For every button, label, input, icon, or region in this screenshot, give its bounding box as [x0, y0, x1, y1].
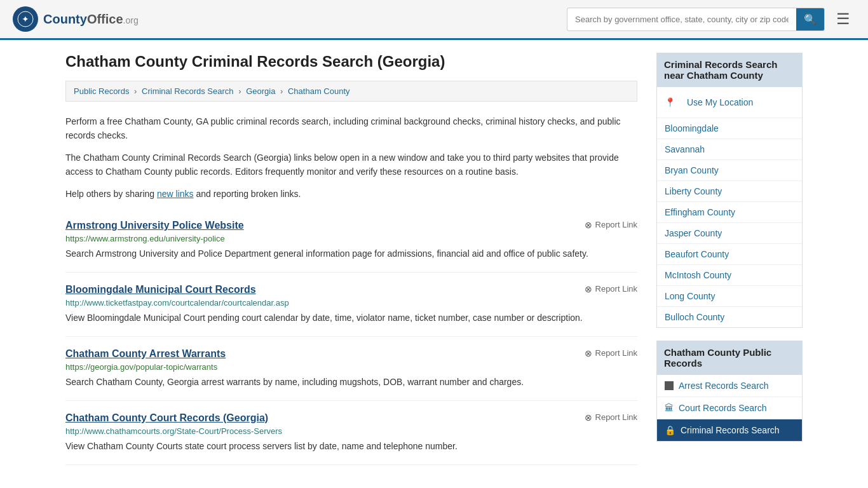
list-item: McIntosh County	[657, 265, 802, 286]
report-link-3[interactable]: ⊗ Report Link	[585, 412, 637, 423]
breadcrumb-georgia[interactable]: Georgia	[246, 86, 275, 96]
description-3: Help others by sharing new links and rep…	[65, 187, 637, 201]
square-icon	[665, 381, 674, 390]
search-bar: 🔍	[567, 8, 825, 31]
sidebar-section-nearby: Criminal Records Search near Chatham Cou…	[656, 53, 803, 442]
content-area: Chatham County Criminal Records Search (…	[65, 53, 637, 465]
list-item: Bloomingdale	[657, 118, 802, 139]
result-desc-1: View Bloomingdale Municipal Court pendin…	[65, 311, 637, 325]
list-item: 🏛 Court Records Search	[657, 397, 802, 419]
logo-icon: ✦	[13, 6, 38, 32]
nearby-long-county[interactable]: Long County	[657, 286, 802, 306]
result-title-2[interactable]: Chatham County Arrest Warrants	[65, 348, 226, 360]
breadcrumb-public-records[interactable]: Public Records	[74, 86, 129, 96]
nearby-liberty-county[interactable]: Liberty County	[657, 181, 802, 201]
report-link-1[interactable]: ⊗ Report Link	[585, 284, 637, 294]
sidebar: Criminal Records Search near Chatham Cou…	[656, 53, 803, 465]
description-2: The Chatham County Criminal Records Sear…	[65, 151, 637, 179]
result-title-0[interactable]: Armstrong University Police Website	[65, 220, 244, 231]
sidebar-use-my-location[interactable]: 📍 Use My Location	[657, 87, 802, 118]
pin-icon: 📍	[665, 97, 675, 107]
bank-icon: 🏛	[665, 403, 674, 413]
sidebar-nearby-list: 📍 Use My Location Bloomingdale Savannah …	[656, 87, 803, 328]
search-input[interactable]	[567, 10, 796, 29]
shield-icon: 🔒	[665, 425, 675, 435]
list-item: Long County	[657, 286, 802, 307]
breadcrumb-criminal-records-search[interactable]: Criminal Records Search	[142, 86, 234, 96]
nearby-jasper-county[interactable]: Jasper County	[657, 223, 802, 243]
use-my-location-link[interactable]: Use My Location	[679, 92, 761, 112]
nearby-savannah[interactable]: Savannah	[657, 139, 802, 159]
nearby-mcintosh-county[interactable]: McIntosh County	[657, 265, 802, 285]
result-item: Bloomingdale Municipal Court Records ⊗ R…	[65, 273, 637, 337]
court-records-link[interactable]: 🏛 Court Records Search	[657, 397, 802, 419]
page-title: Chatham County Criminal Records Search (…	[65, 53, 637, 71]
result-url-0[interactable]: https://www.armstrong.edu/university-pol…	[65, 234, 637, 243]
report-icon-0: ⊗	[585, 220, 592, 230]
logo-area: ✦ CountyOffice.org	[13, 6, 139, 32]
description-1: Perform a free Chatham County, GA public…	[65, 114, 637, 143]
report-link-2[interactable]: ⊗ Report Link	[585, 348, 637, 358]
new-links-link[interactable]: new links	[157, 189, 194, 199]
list-item: Liberty County	[657, 181, 802, 202]
result-url-2[interactable]: https://georgia.gov/popular-topic/warran…	[65, 362, 637, 372]
breadcrumb: Public Records › Criminal Records Search…	[65, 81, 637, 102]
nearby-bloomingdale[interactable]: Bloomingdale	[657, 118, 802, 139]
sidebar-public-records-list: Arrest Records Search 🏛 Court Records Se…	[656, 375, 803, 442]
arrest-records-link[interactable]: Arrest Records Search	[657, 375, 802, 396]
report-icon-3: ⊗	[585, 412, 592, 423]
header-right: 🔍 ☰	[567, 8, 855, 31]
report-icon-1: ⊗	[585, 284, 592, 294]
nearby-effingham-county[interactable]: Effingham County	[657, 202, 802, 222]
report-link-0[interactable]: ⊗ Report Link	[585, 220, 637, 230]
result-item: Chatham County Court Records (Georgia) ⊗…	[65, 401, 637, 465]
result-url-3[interactable]: http://www.chathamcourts.org/State-Court…	[65, 426, 637, 436]
nearby-bryan-county[interactable]: Bryan County	[657, 160, 802, 180]
list-item: Bryan County	[657, 160, 802, 181]
results-list: Armstrong University Police Website ⊗ Re…	[65, 208, 637, 465]
criminal-records-link[interactable]: 🔒 Criminal Records Search	[657, 419, 802, 441]
result-item: Chatham County Arrest Warrants ⊗ Report …	[65, 337, 637, 401]
nearby-bulloch-county[interactable]: Bulloch County	[657, 307, 802, 327]
result-desc-0: Search Armstrong University and Police D…	[65, 247, 637, 261]
result-title-1[interactable]: Bloomingdale Municipal Court Records	[65, 284, 256, 295]
main-container: Chatham County Criminal Records Search (…	[53, 40, 815, 478]
result-url-1[interactable]: http://www.ticketfastpay.com/courtcalend…	[65, 298, 637, 308]
result-desc-3: View Chatham County Courts state court p…	[65, 440, 637, 453]
result-title-3[interactable]: Chatham County Court Records (Georgia)	[65, 412, 268, 424]
site-header: ✦ CountyOffice.org 🔍 ☰	[0, 0, 868, 40]
list-item: Effingham County	[657, 202, 802, 223]
list-item: Savannah	[657, 139, 802, 160]
list-item-active: 🔒 Criminal Records Search	[657, 419, 802, 441]
report-icon-2: ⊗	[585, 348, 592, 358]
search-button[interactable]: 🔍	[796, 8, 824, 30]
menu-button[interactable]: ☰	[831, 8, 855, 30]
sidebar-header-nearby: Criminal Records Search near Chatham Cou…	[656, 53, 803, 87]
result-desc-2: Search Chatham County, Georgia arrest wa…	[65, 376, 637, 389]
breadcrumb-chatham-county[interactable]: Chatham County	[288, 86, 350, 96]
list-item: Bulloch County	[657, 307, 802, 327]
svg-text:✦: ✦	[22, 15, 29, 24]
logo-text: CountyOffice.org	[43, 12, 139, 27]
sidebar-header-public-records: Chatham County Public Records	[656, 341, 803, 375]
result-item: Armstrong University Police Website ⊗ Re…	[65, 208, 637, 273]
nearby-beaufort-county[interactable]: Beaufort County	[657, 244, 802, 264]
list-item: Jasper County	[657, 223, 802, 244]
list-item: Arrest Records Search	[657, 375, 802, 397]
list-item: Beaufort County	[657, 244, 802, 265]
